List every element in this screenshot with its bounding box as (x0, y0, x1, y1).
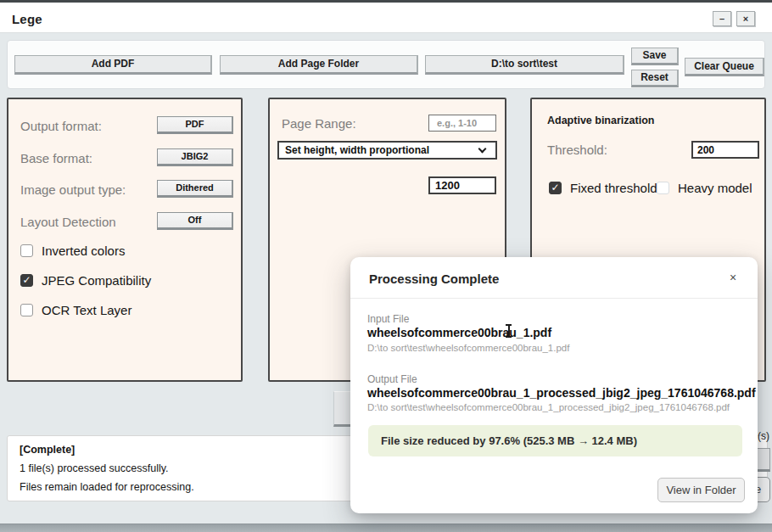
reset-button[interactable]: Reset (631, 70, 679, 87)
clear-queue-button[interactable]: Clear Queue (685, 58, 764, 76)
close-button[interactable]: × (736, 11, 755, 26)
save-button[interactable]: Save (631, 48, 679, 65)
heavy-model-label: Heavy model (678, 181, 752, 195)
dialog-title: Processing Complete (369, 272, 499, 286)
status-line-reprocess: Files remain loaded for reprocessing. (20, 481, 194, 493)
chevron-down-icon (478, 145, 487, 154)
input-file-label: Input File (367, 313, 409, 325)
output-folder-button[interactable]: D:\to sort\test (425, 55, 624, 75)
scale-mode-select[interactable]: Set height, width proportional (277, 141, 497, 160)
input-file-path: D:\to sort\test\wheelsofcommerce00brau_1… (367, 343, 569, 353)
dialog-close-icon[interactable]: × (725, 271, 741, 284)
height-value-input[interactable] (428, 176, 496, 194)
fixed-threshold-label: Fixed threshold (570, 181, 657, 195)
minimize-button[interactable]: – (713, 11, 731, 26)
page-range-input[interactable] (428, 115, 496, 132)
window-bottom-edge (0, 524, 772, 532)
toolbar: Add PDF Add Page Folder D:\to sort\test … (7, 40, 765, 89)
image-output-type-label: Image output type: (20, 182, 126, 197)
output-format-button[interactable]: PDF (157, 116, 233, 134)
base-format-label: Base format: (20, 151, 92, 165)
heavy-model-checkbox[interactable] (657, 182, 669, 194)
adaptive-binarization-title: Adaptive binarization (547, 115, 654, 126)
status-line-complete: [Complete] (20, 444, 75, 456)
ocr-text-layer-row[interactable]: OCR Text Layer (20, 303, 131, 317)
text-cursor-icon (505, 324, 512, 339)
inverted-colors-label: Inverted colors (42, 244, 125, 258)
scale-mode-value: Set height, width proportional (279, 144, 479, 156)
format-options-panel: Output format: PDF Base format: JBIG2 Im… (7, 98, 243, 382)
layout-detection-label: Layout Detection (20, 215, 116, 229)
jpeg-compatibility-checkbox[interactable] (20, 274, 33, 287)
base-format-button[interactable]: JBIG2 (157, 148, 233, 166)
threshold-label: Threshold: (547, 143, 607, 157)
fixed-threshold-checkbox[interactable] (549, 182, 562, 194)
fixed-threshold-row[interactable]: Fixed threshold (549, 181, 657, 195)
inverted-colors-checkbox[interactable] (20, 244, 33, 257)
output-file-path: D:\to sort\test\wheelsofcommerce00brau_1… (367, 402, 730, 412)
output-file-label: Output File (367, 373, 417, 385)
add-pdf-button[interactable]: Add PDF (14, 55, 212, 75)
heavy-model-row[interactable]: Heavy model (657, 181, 752, 195)
output-file-name: wheelsofcommerce00brau_1_processed_jbig2… (367, 386, 756, 400)
ocr-text-layer-label: OCR Text Layer (42, 303, 131, 317)
window-title: Lege (12, 12, 42, 26)
layout-detection-button[interactable]: Off (157, 212, 233, 230)
file-count-fragment: (s) (758, 430, 769, 442)
add-page-folder-button[interactable]: Add Page Folder (220, 55, 418, 75)
status-line-processed: 1 file(s) processed successfully. (20, 462, 169, 474)
threshold-input[interactable] (691, 141, 759, 159)
page-range-label: Page Range: (282, 116, 356, 131)
jpeg-compatibility-row[interactable]: JPEG Compatibility (20, 273, 151, 288)
input-file-name: wheelsofcommerce00brau_1.pdf (367, 326, 551, 339)
title-bar: Lege – × (0, 3, 772, 33)
success-message: File size reduced by 97.6% (525.3 MB → 1… (368, 425, 742, 456)
dialog-divider (350, 298, 758, 299)
processing-complete-dialog: Processing Complete × Input File wheelso… (350, 257, 758, 513)
jpeg-compatibility-label: JPEG Compatibility (42, 273, 151, 288)
view-in-folder-button[interactable]: View in Folder (657, 478, 745, 502)
inverted-colors-row[interactable]: Inverted colors (20, 244, 125, 258)
button-fragment[interactable] (756, 448, 770, 472)
output-format-label: Output format: (20, 119, 102, 133)
image-output-type-button[interactable]: Dithered (157, 180, 233, 198)
ocr-text-layer-checkbox[interactable] (20, 304, 33, 316)
process-button-fragment[interactable] (333, 391, 351, 427)
